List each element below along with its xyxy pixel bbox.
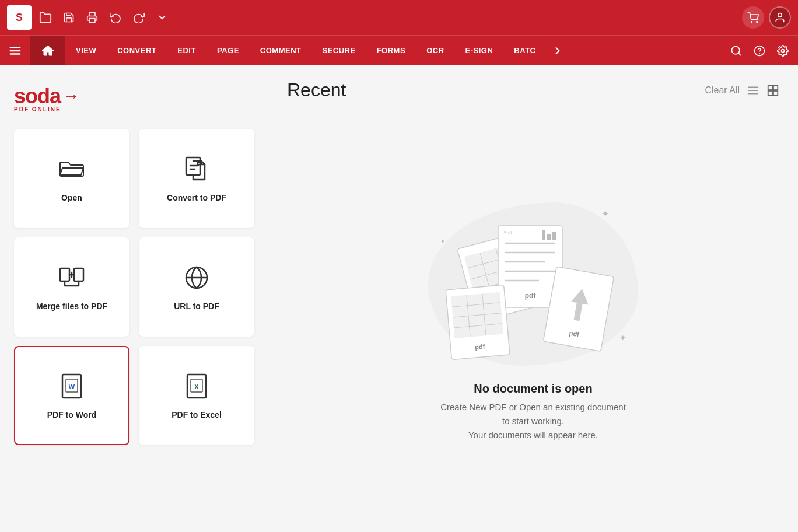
card-pdf-to-word[interactable]: W PDF to Word: [14, 346, 130, 445]
svg-rect-45: [547, 234, 551, 240]
card-url[interactable]: URL to PDF: [139, 237, 254, 337]
cart-button[interactable]: [742, 6, 764, 29]
grid-view-button[interactable]: [766, 84, 779, 97]
nav-batch[interactable]: BATC: [503, 36, 546, 65]
svg-text:W: W: [69, 383, 75, 390]
svg-text:pdf: pdf: [525, 292, 537, 300]
excel-doc-icon: X: [181, 371, 212, 401]
toolbar-right: [742, 6, 791, 29]
svg-point-1: [751, 22, 752, 23]
save-button[interactable]: [60, 8, 78, 27]
main-content: soda → PDF ONLINE Open: [0, 65, 798, 532]
merge-pdf-icon: [57, 262, 87, 293]
nav-page[interactable]: PAGE: [206, 36, 250, 65]
svg-text:X: X: [194, 383, 199, 390]
card-pdf-to-excel[interactable]: X PDF to Excel: [139, 346, 254, 445]
settings-button[interactable]: [772, 40, 793, 61]
nav-ocr[interactable]: OCR: [416, 36, 454, 65]
nav-view[interactable]: VIEW: [65, 36, 107, 65]
empty-title: No document is open: [474, 382, 592, 396]
dropdown-button[interactable]: [153, 8, 172, 27]
open-folder-button[interactable]: [36, 8, 55, 27]
svg-text:pdf: pdf: [475, 343, 485, 351]
home-button[interactable]: [30, 36, 65, 65]
folder-open-icon: [57, 154, 87, 184]
svg-rect-13: [60, 268, 69, 281]
help-button[interactable]: [749, 40, 770, 61]
card-pdf-to-excel-label: PDF to Excel: [172, 410, 222, 420]
search-button[interactable]: [726, 40, 747, 61]
logo-arrow-icon: →: [63, 87, 79, 106]
svg-rect-27: [774, 85, 778, 89]
recent-title: Recent: [287, 79, 705, 101]
svg-point-3: [778, 13, 782, 18]
empty-description: Create New PDF or Open an existing docum…: [440, 400, 626, 442]
logo-area: soda → PDF ONLINE: [14, 84, 254, 113]
clear-all-button[interactable]: Clear All: [705, 85, 740, 96]
empty-state: ✦ ✦ ✦ pdf: [287, 115, 779, 518]
card-open-label: Open: [61, 192, 82, 203]
svg-rect-28: [768, 90, 772, 94]
card-open[interactable]: Open: [14, 129, 130, 228]
nav-esign[interactable]: E-SIGN: [455, 36, 504, 65]
empty-illustration: ✦ ✦ ✦ pdf: [411, 191, 656, 377]
list-view-button[interactable]: [747, 84, 760, 97]
nav-bar: VIEW CONVERT EDIT PAGE COMMENT SECURE FO…: [0, 35, 798, 65]
svg-rect-26: [768, 85, 772, 89]
card-merge[interactable]: Merge files to PDF: [14, 237, 130, 337]
print-button[interactable]: [83, 8, 102, 27]
card-convert-label: Convert to PDF: [167, 192, 226, 203]
nav-forms[interactable]: FORMS: [366, 36, 416, 65]
logo-text: soda: [14, 84, 61, 108]
svg-text:≡.ul: ≡.ul: [504, 230, 512, 235]
redo-button[interactable]: [130, 8, 148, 27]
convert-pdf-icon: [181, 154, 212, 184]
svg-rect-29: [774, 90, 778, 94]
nav-secure[interactable]: SECURE: [312, 36, 366, 65]
nav-right-actions: [721, 36, 798, 65]
top-toolbar: S: [0, 0, 798, 35]
card-merge-label: Merge files to PDF: [36, 301, 107, 312]
cards-grid: Open Convert to PDF: [14, 129, 254, 445]
logo: soda →: [14, 84, 254, 108]
svg-rect-14: [74, 268, 83, 281]
nav-items: VIEW CONVERT EDIT PAGE COMMENT SECURE FO…: [65, 36, 721, 65]
logo-sub: PDF ONLINE: [14, 106, 254, 113]
card-pdf-to-word-label: PDF to Word: [47, 410, 97, 420]
right-panel: Recent Clear All: [268, 65, 798, 532]
word-doc-icon: W: [57, 371, 87, 401]
logo-button[interactable]: S: [7, 5, 32, 30]
nav-more-button[interactable]: [546, 36, 569, 65]
svg-rect-44: [542, 230, 545, 240]
url-globe-icon: [181, 262, 212, 293]
hamburger-button[interactable]: [0, 36, 30, 65]
card-url-label: URL to PDF: [174, 301, 219, 312]
nav-edit[interactable]: EDIT: [167, 36, 206, 65]
card-convert[interactable]: Convert to PDF: [139, 129, 254, 228]
nav-convert[interactable]: CONVERT: [107, 36, 167, 65]
recent-actions: Clear All: [705, 84, 779, 97]
nav-comment[interactable]: COMMENT: [250, 36, 312, 65]
undo-button[interactable]: [106, 8, 125, 27]
svg-rect-46: [552, 232, 556, 240]
svg-point-11: [782, 49, 785, 52]
svg-rect-0: [89, 19, 95, 23]
left-panel: soda → PDF ONLINE Open: [0, 65, 268, 532]
pdf-docs-illustration: pdf pdf ≡.ul: [422, 202, 644, 366]
svg-point-2: [757, 22, 758, 23]
svg-line-8: [738, 52, 741, 55]
recent-header: Recent Clear All: [287, 79, 779, 101]
user-avatar[interactable]: [769, 6, 791, 29]
